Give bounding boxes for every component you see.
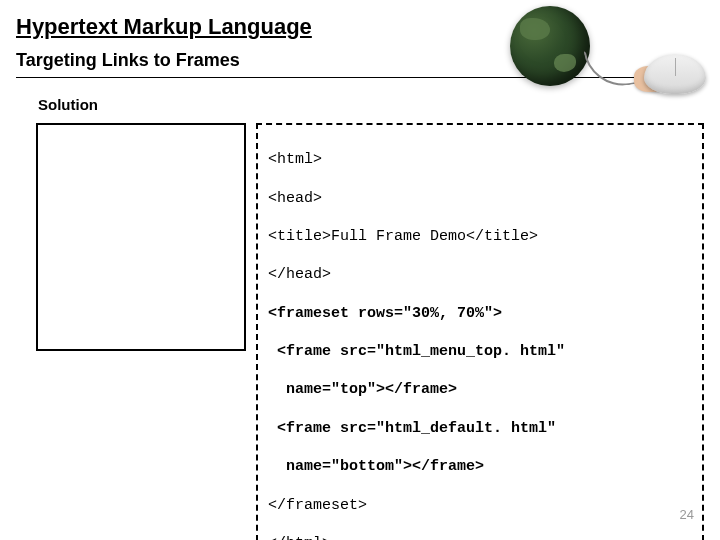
decorative-globe-mouse-image [460, 6, 710, 98]
page-number: 24 [680, 507, 694, 522]
code-example-box: <html> <head> <title>Full Frame Demo</ti… [256, 123, 704, 540]
code-line: </frameset> [268, 496, 692, 515]
earth-globe-icon [510, 6, 590, 86]
code-line: <head> [268, 189, 692, 208]
code-line: name="bottom"></frame> [268, 457, 692, 476]
code-line: <frameset rows="30%, 70%"> [268, 304, 692, 323]
preview-placeholder-box [36, 123, 246, 351]
solution-heading: Solution [38, 96, 704, 113]
code-line: <frame src="html_menu_top. html" [268, 342, 692, 361]
code-line: <frame src="html_default. html" [268, 419, 692, 438]
code-line: </html> [268, 534, 692, 540]
code-line: <title>Full Frame Demo</title> [268, 227, 692, 246]
code-line: </head> [268, 265, 692, 284]
code-line: <html> [268, 150, 692, 169]
code-line: name="top"></frame> [268, 380, 692, 399]
computer-mouse-icon [644, 54, 706, 94]
